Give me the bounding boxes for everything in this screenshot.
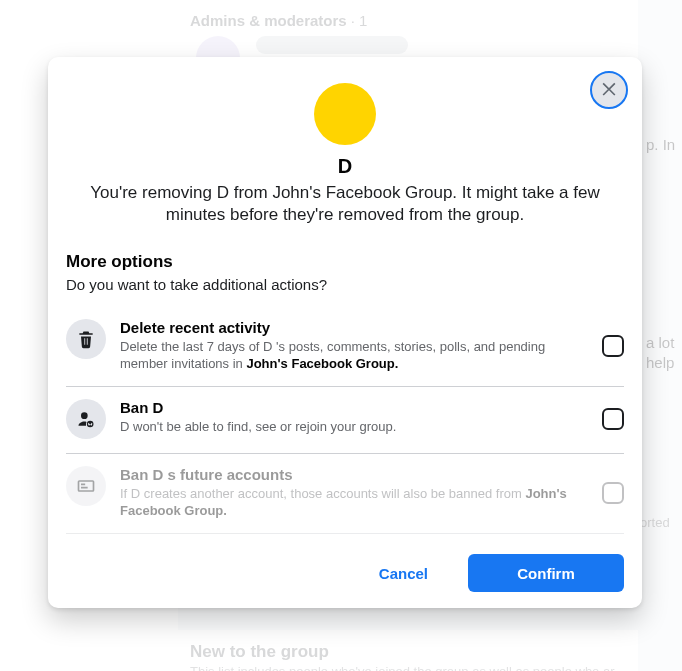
option-desc: Delete the last 7 days of D 's posts, co… xyxy=(120,338,588,372)
option-ban-future: Ban D s future accounts If D creates ano… xyxy=(66,454,624,534)
option-desc-strong: John's Facebook Group. xyxy=(246,356,398,371)
option-desc-text: If D creates another account, those acco… xyxy=(120,486,525,501)
ban-checkbox[interactable] xyxy=(602,408,624,430)
modal-subtitle: You're removing D from John's Facebook G… xyxy=(66,182,624,226)
member-avatar xyxy=(314,83,376,145)
option-checkbox-wrap xyxy=(602,408,624,430)
ban-future-checkbox xyxy=(602,482,624,504)
option-desc: If D creates another account, those acco… xyxy=(120,485,588,519)
remove-member-modal: D You're removing D from John's Facebook… xyxy=(48,57,642,608)
id-card-icon xyxy=(66,466,106,506)
more-options-title: More options xyxy=(66,252,624,272)
confirm-button[interactable]: Confirm xyxy=(468,554,624,592)
option-ban: Ban D D won't be able to find, see or re… xyxy=(66,387,624,454)
more-options-subtitle: Do you want to take additional actions? xyxy=(66,276,624,293)
delete-activity-checkbox[interactable] xyxy=(602,335,624,357)
option-delete-activity: Delete recent activity Delete the last 7… xyxy=(66,307,624,387)
option-checkbox-wrap xyxy=(602,482,624,504)
option-title: Ban D xyxy=(120,399,588,416)
option-desc-text: D won't be able to find, see or rejoin y… xyxy=(120,419,396,434)
option-body: Ban D s future accounts If D creates ano… xyxy=(120,466,588,519)
person-block-icon xyxy=(66,399,106,439)
cancel-button[interactable]: Cancel xyxy=(347,554,460,592)
option-title: Ban D s future accounts xyxy=(120,466,588,483)
option-checkbox-wrap xyxy=(602,335,624,357)
option-desc: D won't be able to find, see or rejoin y… xyxy=(120,418,588,435)
option-body: Ban D D won't be able to find, see or re… xyxy=(120,399,588,435)
trash-icon xyxy=(66,319,106,359)
option-title: Delete recent activity xyxy=(120,319,588,336)
modal-title: D xyxy=(66,155,624,178)
modal-button-row: Cancel Confirm xyxy=(66,534,624,592)
option-body: Delete recent activity Delete the last 7… xyxy=(120,319,588,372)
close-icon xyxy=(599,78,619,102)
close-button[interactable] xyxy=(590,71,628,109)
